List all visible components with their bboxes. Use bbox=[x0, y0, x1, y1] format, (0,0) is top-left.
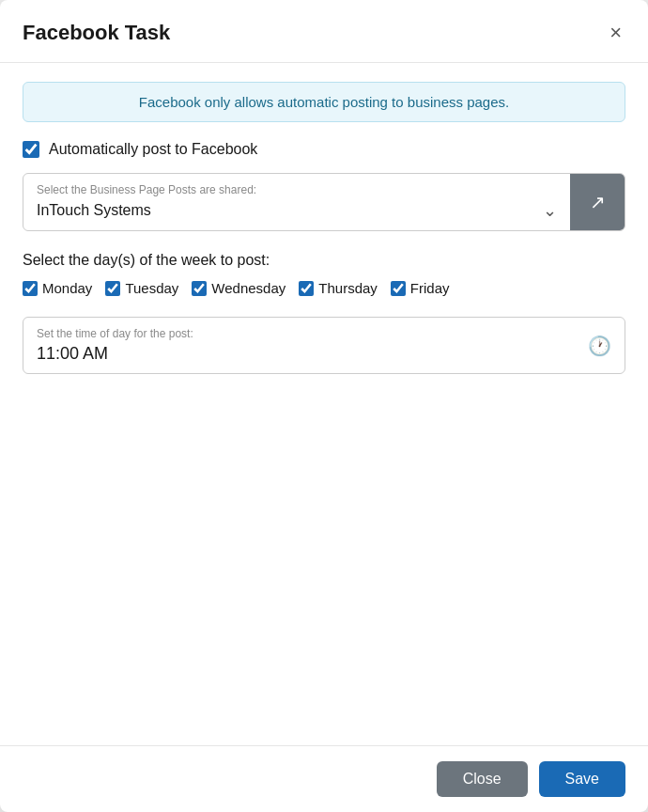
info-banner: Facebook only allows automatic posting t… bbox=[23, 82, 625, 122]
time-field-wrap: Set the time of day for the post: 11:00 … bbox=[37, 327, 193, 364]
business-page-value: InTouch Systems bbox=[37, 202, 151, 219]
day-item-tuesday: Tuesday bbox=[105, 280, 178, 296]
monday-checkbox[interactable] bbox=[23, 281, 38, 296]
auto-post-row: Automatically post to Facebook bbox=[23, 141, 625, 158]
auto-post-label: Automatically post to Facebook bbox=[49, 141, 257, 158]
business-page-field-label: Select the Business Page Posts are share… bbox=[37, 183, 557, 196]
clock-icon: 🕐 bbox=[588, 335, 611, 357]
info-banner-text: Facebook only allows automatic posting t… bbox=[139, 94, 509, 110]
dialog-header: Facebook Task × bbox=[0, 0, 648, 63]
facebook-task-dialog: Facebook Task × Facebook only allows aut… bbox=[0, 0, 648, 812]
chevron-down-icon: ⌄ bbox=[543, 200, 557, 221]
business-page-value-row: InTouch Systems ⌄ bbox=[37, 200, 557, 221]
auto-post-checkbox[interactable] bbox=[23, 141, 39, 158]
thursday-label: Thursday bbox=[318, 280, 378, 296]
dialog-close-button[interactable]: × bbox=[606, 19, 625, 47]
thursday-checkbox[interactable] bbox=[299, 281, 314, 296]
dialog-body: Facebook only allows automatic posting t… bbox=[0, 63, 648, 745]
time-container[interactable]: Set the time of day for the post: 11:00 … bbox=[23, 317, 625, 374]
day-item-thursday: Thursday bbox=[299, 280, 378, 296]
days-section-label: Select the day(s) of the week to post: bbox=[23, 252, 625, 269]
business-page-select[interactable]: Select the Business Page Posts are share… bbox=[23, 174, 570, 230]
close-button[interactable]: Close bbox=[437, 761, 528, 797]
wednesday-checkbox[interactable] bbox=[192, 281, 207, 296]
tuesday-label: Tuesday bbox=[125, 280, 178, 296]
wednesday-label: Wednesday bbox=[211, 280, 285, 296]
day-item-monday: Monday bbox=[23, 280, 92, 296]
business-page-container: Select the Business Page Posts are share… bbox=[23, 173, 625, 231]
time-field-value: 11:00 AM bbox=[37, 344, 193, 364]
external-link-button[interactable]: ↗ bbox=[570, 174, 625, 230]
dialog-title: Facebook Task bbox=[23, 21, 170, 45]
friday-label: Friday bbox=[410, 280, 450, 296]
friday-checkbox[interactable] bbox=[391, 281, 406, 296]
tuesday-checkbox[interactable] bbox=[105, 281, 120, 296]
save-button[interactable]: Save bbox=[539, 761, 625, 797]
days-row: Monday Tuesday Wednesday Thursday Friday bbox=[23, 280, 625, 296]
day-item-friday: Friday bbox=[391, 280, 450, 296]
day-item-wednesday: Wednesday bbox=[192, 280, 285, 296]
dialog-footer: Close Save bbox=[0, 745, 648, 812]
monday-label: Monday bbox=[42, 280, 92, 296]
external-link-icon: ↗ bbox=[590, 191, 606, 213]
time-field-label: Set the time of day for the post: bbox=[37, 327, 193, 340]
